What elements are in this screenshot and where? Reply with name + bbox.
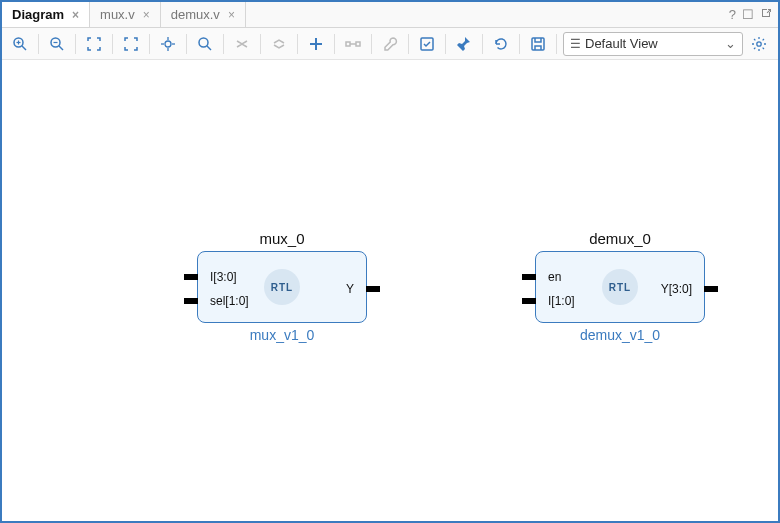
block-title: demux_0 [535, 230, 705, 247]
block-demux[interactable]: demux_0 RTL en I[1:0] Y[3:0] demux_v1_0 [535, 230, 705, 343]
port-input[interactable]: sel[1:0] [184, 294, 253, 308]
toolbar-separator [112, 34, 113, 54]
pin-icon[interactable] [452, 32, 476, 56]
svg-line-5 [59, 46, 63, 50]
refresh-icon[interactable] [489, 32, 513, 56]
tab-label: mux.v [100, 7, 135, 22]
toolbar-separator [445, 34, 446, 54]
tab-demux-v[interactable]: demux.v × [161, 2, 246, 27]
svg-point-12 [199, 38, 208, 47]
tab-bar: Diagram × mux.v × demux.v × ? ☐ [2, 2, 778, 28]
view-select-label: Default View [585, 36, 658, 51]
svg-rect-20 [532, 38, 544, 50]
toolbar-separator [297, 34, 298, 54]
port-output[interactable]: Y [342, 282, 380, 296]
rtl-badge: RTL [602, 269, 638, 305]
block-title: mux_0 [197, 230, 367, 247]
popout-icon[interactable] [760, 7, 772, 22]
toolbar-separator [186, 34, 187, 54]
port-label: I[1:0] [544, 294, 579, 308]
svg-point-7 [165, 41, 171, 47]
titlebar-controls: ? ☐ [729, 2, 778, 27]
port-label: Y [342, 282, 358, 296]
validate-icon[interactable] [415, 32, 439, 56]
toolbar-separator [38, 34, 39, 54]
collapse-icon[interactable] [230, 32, 254, 56]
settings-icon[interactable] [747, 32, 771, 56]
toolbar-separator [149, 34, 150, 54]
block-subtitle: demux_v1_0 [535, 327, 705, 343]
svg-point-21 [757, 41, 761, 45]
toolbar-separator [223, 34, 224, 54]
add-icon[interactable] [304, 32, 328, 56]
tab-mux-v[interactable]: mux.v × [90, 2, 161, 27]
tab-label: demux.v [171, 7, 220, 22]
svg-rect-16 [346, 42, 350, 46]
port-label: I[3:0] [206, 270, 241, 284]
svg-line-13 [207, 46, 211, 50]
zoom-in-icon[interactable] [8, 32, 32, 56]
center-icon[interactable] [156, 32, 180, 56]
block-body[interactable]: RTL I[3:0] sel[1:0] Y [197, 251, 367, 323]
tab-spacer [246, 2, 729, 27]
port-input[interactable]: I[3:0] [184, 270, 241, 284]
rtl-badge: RTL [264, 269, 300, 305]
close-icon[interactable]: × [141, 8, 152, 22]
port-output[interactable]: Y[3:0] [657, 282, 718, 296]
toolbar-separator [519, 34, 520, 54]
help-icon[interactable]: ? [729, 7, 736, 22]
toolbar-separator [334, 34, 335, 54]
pin-icon [184, 274, 198, 280]
port-label: en [544, 270, 565, 284]
toolbar-separator [371, 34, 372, 54]
port-label: sel[1:0] [206, 294, 253, 308]
editor-window: Diagram × mux.v × demux.v × ? ☐ [0, 0, 780, 523]
block-subtitle: mux_v1_0 [197, 327, 367, 343]
wrench-icon[interactable] [378, 32, 402, 56]
pin-icon [366, 286, 380, 292]
svg-rect-17 [356, 42, 360, 46]
port-input[interactable]: en [522, 270, 565, 284]
block-mux[interactable]: mux_0 RTL I[3:0] sel[1:0] Y mux_v1_0 [197, 230, 367, 343]
tab-diagram[interactable]: Diagram × [2, 2, 90, 27]
chevron-down-icon: ⌄ [725, 36, 736, 51]
maximize-icon[interactable]: ☐ [742, 7, 754, 22]
search-icon[interactable] [193, 32, 217, 56]
tab-label: Diagram [12, 7, 64, 22]
toolbar-separator [408, 34, 409, 54]
diagram-canvas[interactable]: mux_0 RTL I[3:0] sel[1:0] Y mux_v1_0 [2, 60, 778, 521]
expand-icon[interactable] [267, 32, 291, 56]
pin-icon [522, 274, 536, 280]
view-select[interactable]: ☰ Default View ⌄ [563, 32, 743, 56]
toolbar-separator [75, 34, 76, 54]
toolbar: ☰ Default View ⌄ [2, 28, 778, 60]
close-icon[interactable]: × [226, 8, 237, 22]
pin-icon [704, 286, 718, 292]
zoom-area-icon[interactable] [119, 32, 143, 56]
toolbar-separator [260, 34, 261, 54]
save-icon[interactable] [526, 32, 550, 56]
close-icon[interactable]: × [70, 8, 81, 22]
connect-icon[interactable] [341, 32, 365, 56]
svg-line-1 [22, 46, 26, 50]
zoom-fit-icon[interactable] [82, 32, 106, 56]
hamburger-icon: ☰ [570, 37, 579, 51]
port-label: Y[3:0] [657, 282, 696, 296]
pin-icon [184, 298, 198, 304]
toolbar-separator [556, 34, 557, 54]
toolbar-separator [482, 34, 483, 54]
zoom-out-icon[interactable] [45, 32, 69, 56]
port-input[interactable]: I[1:0] [522, 294, 579, 308]
block-body[interactable]: RTL en I[1:0] Y[3:0] [535, 251, 705, 323]
pin-icon [522, 298, 536, 304]
